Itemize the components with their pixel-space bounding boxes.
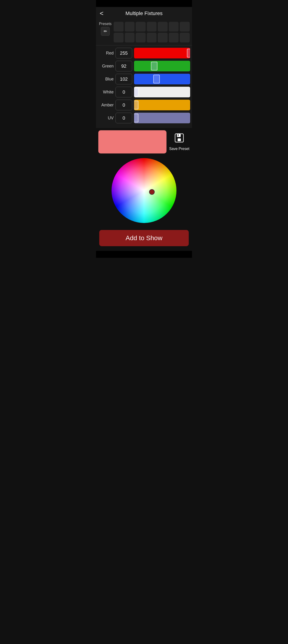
save-preset-button[interactable]: Save Preset: [169, 130, 190, 154]
preset-slot-1-4[interactable]: [147, 22, 157, 32]
slider-row-amber: Amber0: [98, 100, 190, 110]
sliders-section: Red255Green92Blue102White0Amber0UV0: [96, 46, 192, 128]
slider-row-red: Red255: [98, 48, 190, 58]
slider-value-blue[interactable]: 102: [116, 74, 132, 84]
presets-row-1: [114, 22, 190, 32]
add-to-show-section: Add to Show: [96, 228, 192, 251]
color-wheel-section[interactable]: [96, 156, 192, 228]
add-to-show-button[interactable]: Add to Show: [99, 230, 189, 246]
color-preview: [98, 130, 166, 154]
preview-row: Save Preset: [96, 128, 192, 156]
bottom-bar: [96, 251, 192, 258]
save-icon: [174, 133, 184, 145]
preset-slot-2-1[interactable]: [114, 33, 124, 42]
color-wheel-canvas[interactable]: [112, 158, 176, 223]
slider-track-uv[interactable]: [134, 113, 190, 123]
slider-value-white[interactable]: 0: [116, 87, 132, 97]
slider-track-white[interactable]: [134, 87, 190, 97]
slider-track-blue[interactable]: [134, 74, 190, 84]
slider-thumb-white: [134, 88, 138, 96]
svg-rect-1: [177, 134, 181, 137]
preset-slot-2-5[interactable]: [158, 33, 168, 42]
color-wheel-cursor: [149, 189, 155, 195]
slider-row-blue: Blue102: [98, 74, 190, 84]
presets-section: Presets ✏: [96, 20, 192, 46]
slider-thumb-red: [187, 49, 190, 58]
slider-value-uv[interactable]: 0: [116, 113, 132, 123]
slider-label-white: White: [98, 90, 114, 94]
slider-thumb-amber: [134, 100, 138, 110]
slider-thumb-green: [151, 62, 158, 70]
save-preset-label: Save Preset: [169, 146, 189, 151]
slider-label-green: Green: [98, 64, 114, 68]
slider-label-uv: UV: [98, 116, 114, 120]
preset-slot-1-6[interactable]: [169, 22, 179, 32]
edit-presets-button[interactable]: ✏: [101, 27, 110, 36]
slider-label-red: Red: [98, 51, 114, 56]
preset-slot-2-7[interactable]: [180, 33, 190, 42]
presets-row-2: [114, 33, 190, 42]
preset-slot-1-1[interactable]: [114, 22, 124, 32]
svg-rect-2: [178, 138, 181, 141]
slider-row-uv: UV0: [98, 113, 190, 123]
preset-slot-2-6[interactable]: [169, 33, 179, 42]
slider-value-amber[interactable]: 0: [116, 100, 132, 110]
svg-rect-3: [178, 134, 178, 136]
slider-label-blue: Blue: [98, 77, 114, 82]
preset-slot-1-7[interactable]: [180, 22, 190, 32]
slider-row-white: White0: [98, 87, 190, 97]
preset-slot-2-4[interactable]: [147, 33, 157, 42]
page-title: Multiple Fixtures: [96, 10, 192, 16]
slider-value-green[interactable]: 92: [116, 61, 132, 72]
preset-slot-1-5[interactable]: [158, 22, 168, 32]
slider-thumb-blue: [153, 75, 160, 84]
slider-thumb-uv: [134, 114, 138, 122]
presets-label: Presets: [99, 22, 112, 26]
color-wheel[interactable]: [112, 158, 176, 223]
preset-slot-1-3[interactable]: [136, 22, 146, 32]
preset-slot-2-2[interactable]: [125, 33, 135, 42]
slider-label-amber: Amber: [98, 103, 114, 108]
back-button[interactable]: <: [100, 10, 109, 17]
preset-slot-2-3[interactable]: [136, 33, 146, 42]
slider-value-red[interactable]: 255: [116, 48, 132, 58]
slider-track-red[interactable]: [134, 48, 190, 58]
slider-track-green[interactable]: [134, 61, 190, 72]
status-bar: [96, 0, 192, 7]
header: < Multiple Fixtures: [96, 7, 192, 20]
slider-track-amber[interactable]: [134, 100, 190, 110]
preset-slot-1-2[interactable]: [125, 22, 135, 32]
slider-row-green: Green92: [98, 61, 190, 72]
presets-grid: [114, 22, 190, 42]
